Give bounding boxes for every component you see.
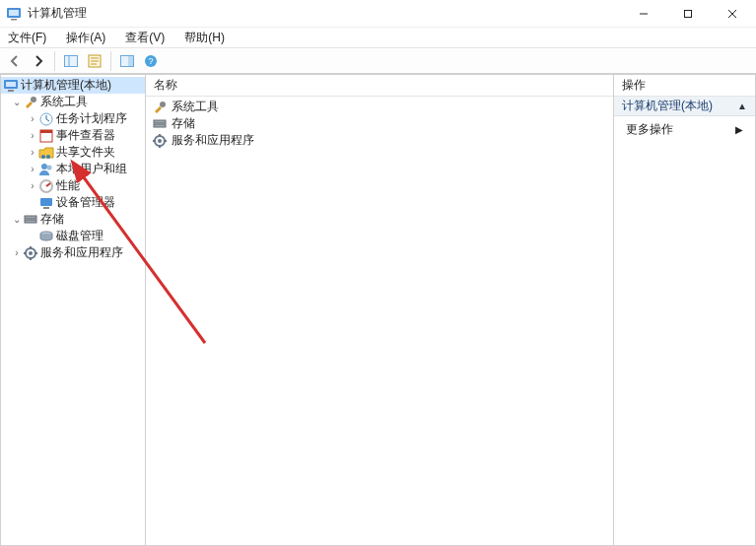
actions-list: 更多操作 ▶ [614, 116, 755, 142]
svg-rect-31 [25, 216, 36, 219]
tree-device-manager[interactable]: 设备管理器 [1, 194, 145, 211]
tree-label: 磁盘管理 [56, 228, 103, 244]
actions-context[interactable]: 计算机管理(本地) ▲ [614, 97, 755, 116]
list-item-label: 存储 [172, 115, 195, 132]
services-icon [152, 133, 168, 149]
storage-icon [152, 116, 168, 132]
toolbar-divider-2 [110, 51, 111, 71]
show-hide-tree-button[interactable] [60, 50, 82, 72]
expand-toggle[interactable]: › [27, 144, 38, 161]
expand-toggle[interactable]: ⌄ [11, 211, 23, 228]
svg-rect-4 [684, 10, 691, 17]
users-icon [38, 162, 54, 177]
menu-view[interactable]: 查看(V) [121, 28, 169, 48]
list-item-system-tools[interactable]: 系统工具 [146, 99, 613, 115]
tree-performance[interactable]: › 性能 [1, 177, 145, 194]
svg-point-25 [46, 155, 50, 159]
svg-point-40 [158, 139, 162, 143]
maximize-button[interactable] [665, 0, 710, 28]
svg-rect-1 [9, 10, 19, 16]
tree-root-computer-management[interactable]: 计算机管理(本地) [1, 77, 145, 94]
caret-up-icon: ▲ [737, 101, 747, 111]
expand-toggle[interactable]: › [11, 244, 23, 261]
event-icon [38, 128, 54, 144]
minimize-button[interactable] [621, 0, 665, 28]
svg-rect-23 [40, 130, 52, 133]
chevron-right-icon: ▶ [735, 124, 743, 135]
svg-point-26 [41, 164, 47, 170]
toolbar: ? [0, 48, 756, 74]
computer-icon [3, 78, 19, 94]
tree-label: 计算机管理(本地) [21, 77, 111, 94]
actions-item-label: 更多操作 [626, 121, 673, 138]
actions-header: 操作 [614, 75, 755, 97]
list-item-services-apps[interactable]: 服务和应用程序 [146, 132, 613, 149]
svg-rect-18 [6, 82, 16, 87]
svg-rect-32 [25, 220, 36, 223]
actions-context-label: 计算机管理(本地) [622, 98, 713, 114]
svg-rect-7 [65, 55, 78, 66]
tree-shared-folders[interactable]: › 共享文件夹 [1, 144, 145, 161]
forward-button[interactable] [28, 50, 49, 72]
tree-label: 存储 [40, 211, 64, 228]
tree-storage[interactable]: ⌄ 存储 [1, 211, 145, 228]
storage-icon [23, 212, 38, 228]
refresh-button[interactable] [116, 50, 138, 72]
expand-toggle[interactable]: ⌄ [11, 94, 23, 110]
actions-header-label: 操作 [622, 77, 646, 94]
tree-label: 共享文件夹 [56, 144, 115, 161]
actions-pane: 操作 计算机管理(本地) ▲ 更多操作 ▶ [613, 74, 756, 546]
toolbar-divider [54, 51, 55, 71]
close-button[interactable] [710, 0, 754, 28]
expand-toggle[interactable]: › [27, 110, 38, 127]
content-pane: 名称 系统工具 存储 服务和应用程序 [145, 74, 614, 546]
svg-rect-38 [154, 124, 166, 127]
svg-point-27 [47, 165, 52, 170]
svg-rect-29 [40, 198, 52, 206]
tree-services-apps[interactable]: › 服务和应用程序 [1, 244, 145, 261]
svg-rect-30 [43, 207, 49, 209]
expand-toggle[interactable]: › [27, 177, 38, 194]
svg-point-20 [31, 97, 36, 102]
tree-event-viewer[interactable]: › 事件查看器 [1, 127, 145, 144]
performance-icon [38, 178, 54, 194]
svg-point-36 [160, 102, 166, 107]
title-bar: 计算机管理 [0, 0, 756, 28]
tree-label: 本地用户和组 [56, 161, 127, 177]
navigation-tree[interactable]: 计算机管理(本地) ⌄ 系统工具 › 任务计划程序 › [1, 75, 145, 263]
menu-help[interactable]: 帮助(H) [180, 28, 229, 48]
app-icon [6, 6, 22, 22]
svg-rect-2 [11, 19, 17, 21]
actions-more[interactable]: 更多操作 ▶ [614, 120, 755, 138]
tree-disk-management[interactable]: 磁盘管理 [1, 228, 145, 244]
menu-action[interactable]: 操作(A) [62, 28, 109, 48]
shared-folder-icon [38, 145, 54, 161]
tools-icon [152, 100, 168, 115]
tree-label: 服务和应用程序 [40, 244, 123, 261]
disk-icon [38, 229, 54, 244]
device-icon [38, 195, 54, 211]
tree-system-tools[interactable]: ⌄ 系统工具 [1, 94, 145, 110]
expand-toggle[interactable]: › [27, 127, 38, 144]
expand-toggle[interactable]: › [27, 161, 38, 177]
back-button[interactable] [4, 50, 26, 72]
tree-label: 任务计划程序 [56, 110, 127, 127]
menu-file[interactable]: 文件(F) [4, 28, 50, 48]
tree-label: 性能 [56, 177, 80, 194]
tools-icon [23, 95, 38, 110]
window-title: 计算机管理 [28, 5, 87, 22]
svg-rect-14 [128, 56, 133, 66]
tree-label: 设备管理器 [56, 194, 115, 211]
tree-label: 事件查看器 [56, 127, 115, 144]
clock-icon [38, 111, 54, 127]
content-list[interactable]: 系统工具 存储 服务和应用程序 [146, 97, 613, 151]
tree-task-scheduler[interactable]: › 任务计划程序 [1, 110, 145, 127]
list-item-storage[interactable]: 存储 [146, 115, 613, 132]
column-label: 名称 [154, 77, 177, 94]
properties-button[interactable] [84, 50, 105, 72]
column-header-name[interactable]: 名称 [146, 75, 613, 97]
menu-bar: 文件(F) 操作(A) 查看(V) 帮助(H) [0, 28, 756, 48]
tree-local-users[interactable]: › 本地用户和组 [1, 161, 145, 177]
help-button[interactable]: ? [140, 50, 162, 72]
svg-rect-37 [154, 120, 166, 123]
